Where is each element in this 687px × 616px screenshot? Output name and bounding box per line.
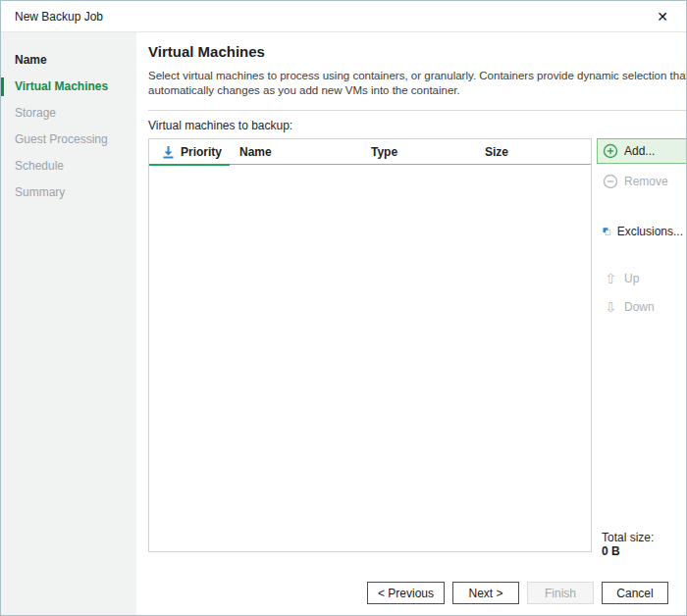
vm-table-header: Priority Name Type Size: [149, 139, 591, 165]
sidebar-item-virtual-machines[interactable]: Virtual Machines: [1, 74, 136, 100]
down-button[interactable]: ⇩ Down: [597, 295, 687, 319]
plus-circle-icon: [603, 143, 618, 159]
exclusions-button-label: Exclusions...: [617, 225, 683, 238]
sort-indicator: [149, 164, 230, 166]
next-button[interactable]: Next >: [452, 582, 519, 604]
table-label: Virtual machines to backup:: [148, 119, 687, 132]
page-title: Virtual Machines: [148, 43, 687, 60]
spacer: [597, 199, 687, 219]
sidebar-item-summary[interactable]: Summary: [1, 180, 136, 206]
window-title: New Backup Job: [15, 10, 103, 24]
column-header-type[interactable]: Type: [371, 145, 485, 159]
main-panel: Virtual Machines Select virtual machines…: [136, 32, 687, 616]
wizard-steps-sidebar: Name Virtual Machines Storage Guest Proc…: [1, 32, 136, 616]
sidebar-item-storage[interactable]: Storage: [1, 100, 136, 127]
down-button-label: Down: [624, 300, 655, 314]
column-header-size[interactable]: Size: [485, 145, 591, 159]
up-button[interactable]: ⇧ Up: [597, 267, 687, 290]
vm-table: Priority Name Type Size: [148, 138, 592, 552]
close-icon[interactable]: ✕: [653, 8, 672, 26]
total-size-value: 0 B: [602, 544, 687, 558]
new-backup-job-dialog: New Backup Job ✕ Name Virtual Machines S…: [0, 0, 687, 616]
column-header-name[interactable]: Name: [230, 145, 371, 159]
sidebar-item-name[interactable]: Name: [1, 47, 136, 74]
down-arrow-icon: ⇩: [603, 300, 618, 314]
titlebar: New Backup Job ✕: [1, 1, 686, 32]
spacer: [597, 249, 687, 267]
up-button-label: Up: [624, 272, 639, 285]
exclusions-button[interactable]: Exclusions...: [597, 219, 687, 244]
column-header-priority[interactable]: Priority: [149, 145, 230, 159]
minus-circle-icon: [603, 174, 618, 189]
add-button[interactable]: Add...: [597, 138, 687, 164]
overlapping-squares-icon: [603, 224, 611, 239]
sidebar-item-guest-processing[interactable]: Guest Processing: [1, 127, 136, 153]
add-button-label: Add...: [624, 144, 655, 158]
vm-table-body-empty[interactable]: [149, 165, 591, 551]
column-header-priority-label: Priority: [181, 145, 222, 159]
finish-button[interactable]: Finish: [527, 582, 594, 604]
remove-button-label: Remove: [624, 175, 668, 188]
step-description: Select virtual machines to process using…: [148, 69, 687, 98]
footer-button-bar: < Previous Next > Finish Cancel: [367, 582, 668, 604]
cancel-button[interactable]: Cancel: [602, 582, 668, 604]
up-arrow-icon: ⇧: [603, 272, 618, 285]
remove-button[interactable]: Remove: [597, 169, 687, 194]
previous-button[interactable]: < Previous: [367, 582, 445, 604]
total-size: Total size: 0 B: [597, 531, 687, 558]
sidebar-item-schedule[interactable]: Schedule: [1, 153, 136, 180]
total-size-label: Total size:: [602, 531, 687, 544]
priority-down-arrow-icon: [162, 145, 175, 159]
separator: [148, 110, 687, 111]
action-button-column: Add... Remove: [597, 138, 687, 558]
